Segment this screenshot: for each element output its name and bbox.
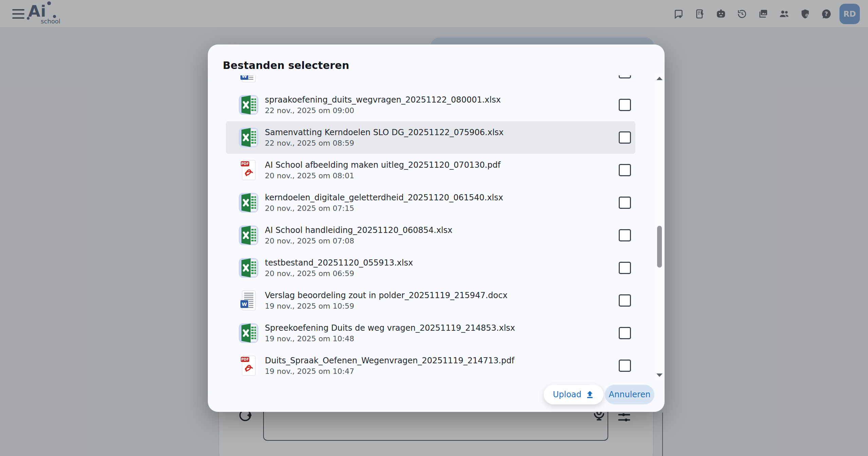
excel-file-icon: [238, 94, 259, 116]
file-checkbox[interactable]: [619, 99, 631, 111]
file-select-dialog: Bestanden selecteren W23 nov., 2025 om 1…: [208, 44, 665, 412]
scroll-up-icon[interactable]: [656, 77, 663, 80]
svg-text:PDF: PDF: [241, 162, 249, 166]
excel-file-icon: [238, 257, 259, 279]
file-checkbox[interactable]: [619, 164, 631, 176]
file-name: testbestand_20251120_055913.xlsx: [265, 257, 413, 269]
file-name: Duits_Spraak_Oefenen_Wegenvragen_2025111…: [265, 355, 514, 366]
file-name: Spreekoefening Duits de weg vragen_20251…: [265, 322, 515, 334]
file-row[interactable]: WVerslag beoordeling zout in polder_2025…: [226, 284, 635, 317]
file-checkbox[interactable]: [619, 294, 631, 307]
word-file-icon: W: [238, 75, 259, 83]
file-list-viewport: W23 nov., 2025 om 12:39spraakoefening_du…: [208, 75, 655, 378]
file-list: W23 nov., 2025 om 12:39spraakoefening_du…: [208, 75, 655, 378]
svg-text:W: W: [242, 302, 247, 307]
excel-file-icon: [238, 127, 259, 148]
file-name: Samenvatting Kerndoelen SLO DG_20251122_…: [265, 127, 504, 138]
file-date: 19 nov., 2025 om 10:59: [265, 301, 507, 311]
cancel-button[interactable]: Annuleren: [605, 385, 654, 404]
file-row[interactable]: testbestand_20251120_055913.xlsx20 nov.,…: [226, 252, 635, 284]
file-row[interactable]: spraakoefening_duits_wegvragen_20251122_…: [226, 89, 635, 121]
svg-text:PDF: PDF: [241, 358, 249, 361]
file-date: 22 nov., 2025 om 08:59: [265, 138, 504, 148]
excel-file-icon: [238, 224, 259, 246]
file-checkbox[interactable]: [619, 197, 631, 209]
upload-button[interactable]: Upload: [544, 385, 603, 404]
file-date: 20 nov., 2025 om 08:01: [265, 171, 501, 181]
file-row[interactable]: PDFDuits_Spraak_Oefenen_Wegenvragen_2025…: [226, 349, 635, 378]
upload-button-label: Upload: [553, 390, 581, 399]
file-name: spraakoefening_duits_wegvragen_20251122_…: [265, 94, 501, 106]
file-checkbox[interactable]: [619, 131, 631, 144]
dialog-title: Bestanden selecteren: [223, 59, 349, 71]
file-date: 23 nov., 2025 om 12:39: [265, 75, 354, 77]
file-checkbox[interactable]: [619, 75, 631, 78]
file-row[interactable]: kerndoelen_digitale_geletterdheid_202511…: [226, 186, 635, 219]
pdf-file-icon: PDF: [238, 159, 259, 181]
file-row[interactable]: W23 nov., 2025 om 12:39: [226, 75, 635, 89]
file-date: 19 nov., 2025 om 10:47: [265, 366, 514, 377]
svg-text:W: W: [242, 75, 247, 79]
word-file-icon: W: [238, 290, 259, 311]
file-date: 20 nov., 2025 om 07:15: [265, 203, 503, 214]
excel-file-icon: [238, 192, 259, 214]
scrollbar[interactable]: [655, 74, 664, 380]
file-name: AI School handleiding_20251120_060854.xl…: [265, 224, 452, 236]
file-checkbox[interactable]: [619, 262, 631, 274]
file-row[interactable]: AI School handleiding_20251120_060854.xl…: [226, 219, 635, 252]
file-date: 19 nov., 2025 om 10:48: [265, 334, 515, 344]
file-name: AI School afbeelding maken uitleg_202511…: [265, 159, 501, 171]
scroll-down-icon[interactable]: [656, 373, 663, 377]
upload-icon: [585, 390, 594, 399]
file-row[interactable]: PDFAI School afbeelding maken uitleg_202…: [226, 154, 635, 186]
file-row[interactable]: Samenvatting Kerndoelen SLO DG_20251122_…: [226, 121, 635, 154]
file-name: Verslag beoordeling zout in polder_20251…: [265, 290, 507, 301]
file-checkbox[interactable]: [619, 327, 631, 339]
file-date: 22 nov., 2025 om 09:00: [265, 106, 501, 116]
scrollbar-thumb[interactable]: [657, 226, 662, 268]
file-date: 20 nov., 2025 om 07:08: [265, 236, 452, 246]
file-checkbox[interactable]: [619, 229, 631, 241]
file-checkbox[interactable]: [619, 360, 631, 372]
excel-file-icon: [238, 322, 259, 344]
pdf-file-icon: PDF: [238, 355, 259, 377]
file-date: 20 nov., 2025 om 06:59: [265, 269, 413, 279]
file-row[interactable]: Spreekoefening Duits de weg vragen_20251…: [226, 317, 635, 349]
cancel-button-label: Annuleren: [609, 390, 651, 399]
file-name: kerndoelen_digitale_geletterdheid_202511…: [265, 192, 503, 203]
